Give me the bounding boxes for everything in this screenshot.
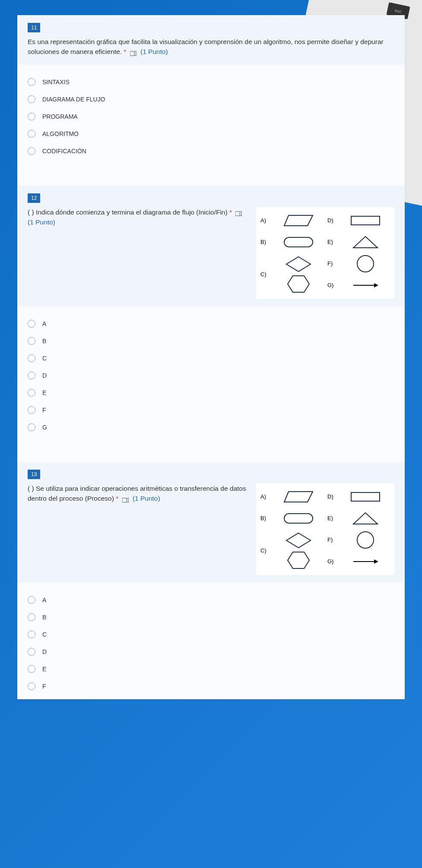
svg-marker-12 xyxy=(284,492,313,502)
shape-label-f: F) xyxy=(327,260,336,267)
radio-option[interactable]: PROGRAMA xyxy=(28,108,394,125)
option-label: C xyxy=(42,355,47,362)
radio-option[interactable]: F xyxy=(28,401,394,419)
radio-option[interactable]: E xyxy=(28,384,394,401)
circle-icon xyxy=(340,255,390,273)
arrow-icon xyxy=(340,276,390,294)
options-list: A B C D E F G xyxy=(17,306,405,440)
radio-option[interactable]: B xyxy=(28,332,394,350)
svg-rect-13 xyxy=(351,492,380,501)
radio-option[interactable]: A xyxy=(28,591,394,609)
option-label: C xyxy=(42,631,47,638)
question-header: 11 Es una representación gráfica que fac… xyxy=(17,15,405,65)
required-marker: * xyxy=(116,495,118,502)
option-label: PROGRAMA xyxy=(42,113,78,120)
shapes-reference-image: A) D) B) E) C) F) xyxy=(256,207,394,299)
radio-option[interactable]: DIAGRAMA DE FLUJO xyxy=(28,91,394,108)
required-marker: * xyxy=(124,48,126,55)
rectangle-icon xyxy=(340,488,390,506)
radio-option[interactable]: G xyxy=(28,419,394,436)
radio-option[interactable]: E xyxy=(28,660,394,678)
required-marker: * xyxy=(229,208,232,216)
question-number-badge: 13 xyxy=(28,470,40,479)
radio-circle-icon xyxy=(28,372,35,379)
svg-point-18 xyxy=(357,532,374,548)
radio-circle-icon xyxy=(28,596,35,604)
radio-option[interactable]: C xyxy=(28,350,394,367)
options-list: A B C D E F xyxy=(17,583,405,699)
rectangle-icon xyxy=(340,211,390,230)
radio-circle-icon xyxy=(28,337,35,345)
circle-icon xyxy=(340,531,390,549)
radio-circle-icon xyxy=(28,665,35,673)
immersive-reader-icon[interactable] xyxy=(130,49,137,55)
option-label: D xyxy=(42,648,47,655)
radio-circle-icon xyxy=(28,147,35,155)
radio-option[interactable]: CODIFICACIÓN xyxy=(28,142,394,160)
svg-marker-16 xyxy=(286,533,311,548)
shape-label-c: C) xyxy=(260,547,269,554)
radio-circle-icon xyxy=(28,682,35,690)
option-label: SINTAXIS xyxy=(42,79,70,85)
svg-point-8 xyxy=(357,256,374,272)
svg-marker-2 xyxy=(284,215,313,226)
arrow-icon xyxy=(340,552,390,571)
option-label: ALGORITMO xyxy=(42,130,79,137)
question-header: 12 ( ) Indica dónde comienza y termina e… xyxy=(17,186,405,306)
question-text: Es una representación gráfica que facili… xyxy=(28,37,394,57)
radio-option[interactable]: ALGORITMO xyxy=(28,125,394,142)
radio-circle-icon xyxy=(28,130,35,138)
points-label: (1 Punto) xyxy=(28,218,55,226)
radio-option[interactable]: C xyxy=(28,626,394,643)
radio-circle-icon xyxy=(28,95,35,103)
option-label: A xyxy=(42,597,46,603)
triangle-icon xyxy=(340,233,390,251)
radio-circle-icon xyxy=(28,631,35,638)
diamond-hexagon-icons xyxy=(273,531,323,570)
option-label: B xyxy=(42,338,46,344)
question-11: 11 Es una representación gráfica que fac… xyxy=(17,15,405,164)
svg-marker-6 xyxy=(286,257,311,271)
question-13: 13 ( ) Se utiliza para indicar operacion… xyxy=(17,462,405,699)
radio-circle-icon xyxy=(28,389,35,397)
option-label: D xyxy=(42,372,47,379)
option-label: CODIFICACIÓN xyxy=(42,148,86,155)
parallelogram-icon xyxy=(273,211,323,230)
radio-circle-icon xyxy=(28,613,35,621)
radio-option[interactable]: D xyxy=(28,367,394,384)
immersive-reader-icon[interactable] xyxy=(122,496,129,502)
option-label: A xyxy=(42,320,46,327)
option-label: E xyxy=(42,389,46,396)
option-label: F xyxy=(42,683,46,690)
radio-option[interactable]: A xyxy=(28,315,394,332)
svg-rect-14 xyxy=(284,514,313,523)
option-label: DIAGRAMA DE FLUJO xyxy=(42,96,105,103)
question-number-badge: 11 xyxy=(28,23,40,32)
radio-option[interactable]: D xyxy=(28,643,394,660)
shape-label-e: E) xyxy=(327,239,336,245)
svg-rect-4 xyxy=(284,237,313,247)
svg-rect-0 xyxy=(130,51,134,56)
question-12: 12 ( ) Indica dónde comienza y termina e… xyxy=(17,186,405,440)
shape-label-b: B) xyxy=(260,515,269,521)
radio-circle-icon xyxy=(28,406,35,414)
shape-label-g: G) xyxy=(327,282,336,288)
question-text: ( ) Se utiliza para indicar operaciones … xyxy=(28,483,247,504)
svg-marker-17 xyxy=(288,552,309,568)
radio-circle-icon xyxy=(28,113,35,120)
radio-option[interactable]: B xyxy=(28,609,394,626)
option-label: E xyxy=(42,666,46,672)
rounded-rect-icon xyxy=(273,233,323,251)
immersive-reader-icon[interactable] xyxy=(235,209,242,215)
question-number-badge: 12 xyxy=(28,193,40,203)
radio-option[interactable]: SINTAXIS xyxy=(28,73,394,91)
question-text: ( ) Indica dónde comienza y termina el d… xyxy=(28,207,247,227)
radio-circle-icon xyxy=(28,354,35,362)
svg-rect-1 xyxy=(235,211,240,216)
shape-label-d: D) xyxy=(327,217,336,224)
radio-circle-icon xyxy=(28,78,35,86)
radio-option[interactable]: F xyxy=(28,678,394,695)
radio-circle-icon xyxy=(28,423,35,431)
question-header: 13 ( ) Se utiliza para indicar operacion… xyxy=(17,462,405,583)
diamond-hexagon-icons xyxy=(273,255,323,294)
